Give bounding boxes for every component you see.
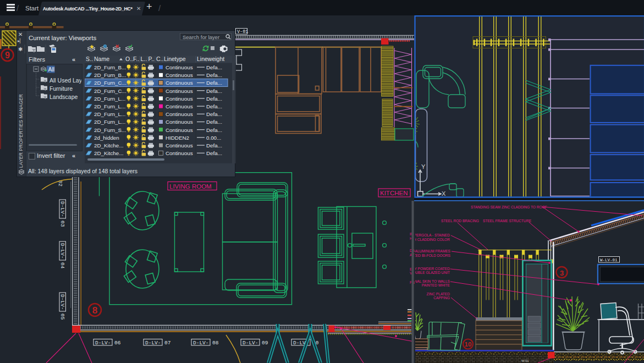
svg-text:L..: L.. xyxy=(141,56,147,62)
svg-text:All: All xyxy=(48,66,55,73)
svg-text:D-LV-: D-LV- xyxy=(59,294,65,310)
svg-text:LIVING ROOM: LIVING ROOM xyxy=(169,183,212,190)
svg-text:05: 05 xyxy=(59,314,65,320)
svg-text:Furniture: Furniture xyxy=(49,85,73,92)
svg-text:07: 07 xyxy=(164,340,170,346)
svg-text:2D_Furn_S...: 2D_Furn_S... xyxy=(94,127,126,133)
svg-text:Defa...: Defa... xyxy=(206,96,222,102)
svg-text:PAINTED WHITE: PAINTED WHITE xyxy=(422,283,450,287)
svg-text:09: 09 xyxy=(262,340,268,346)
svg-text:W-LV-01: W-LV-01 xyxy=(600,258,618,262)
svg-text:2D_Furn_L...: 2D_Furn_L... xyxy=(94,103,125,109)
svg-text:O..: O.. xyxy=(125,56,133,62)
svg-text:2D_Furn_C...: 2D_Furn_C... xyxy=(94,88,126,94)
svg-text:2d_hidden: 2d_hidden xyxy=(94,135,119,141)
svg-text:ZINC PLATED: ZINC PLATED xyxy=(427,292,450,296)
svg-text:Continuous: Continuous xyxy=(166,88,193,94)
svg-text:Continuous: Continuous xyxy=(166,72,193,78)
svg-text:2D_Kitche...: 2D_Kitche... xyxy=(94,142,123,148)
svg-text:Continuous: Continuous xyxy=(166,142,193,148)
svg-text:CAPPING: CAPPING xyxy=(433,296,450,300)
svg-text:F..: F.. xyxy=(133,56,139,62)
svg-text:D-LV-: D-LV- xyxy=(59,201,65,217)
svg-text:V-01: V-01 xyxy=(237,29,248,35)
svg-text:10: 10 xyxy=(465,341,472,348)
svg-text:Y: Y xyxy=(421,163,426,170)
svg-text:2D_Furn_L...: 2D_Furn_L... xyxy=(94,119,125,125)
svg-text:Continuous: Continuous xyxy=(166,103,193,109)
svg-text:0.00...: 0.00... xyxy=(206,135,221,141)
svg-text:2D_Furn_C...: 2D_Furn_C... xyxy=(94,80,126,86)
svg-text:9: 9 xyxy=(5,51,10,60)
svg-text:Defa...: Defa... xyxy=(206,111,222,117)
svg-text:I PERGOLA - STAINED: I PERGOLA - STAINED xyxy=(412,233,450,237)
svg-text:Defa...: Defa... xyxy=(206,142,222,148)
svg-text:Continuous: Continuous xyxy=(166,119,193,125)
svg-text:D-LV-: D-LV- xyxy=(59,243,65,259)
svg-text:C..: C.. xyxy=(156,56,163,62)
svg-text:04: 04 xyxy=(59,262,65,269)
svg-text:Lineweight: Lineweight xyxy=(197,56,224,62)
svg-text:STANDING SEAM ZINC CLADDING TO: STANDING SEAM ZINC CLADDING TO ROOF xyxy=(471,205,547,209)
svg-text:2D_Furn_L...: 2D_Furn_L... xyxy=(94,111,125,117)
svg-text:D-LV-: D-LV- xyxy=(243,340,258,346)
svg-text:2D_Furn_B...: 2D_Furn_B... xyxy=(94,64,126,70)
svg-text:Continuous: Continuous xyxy=(166,150,193,156)
svg-text:3: 3 xyxy=(560,269,564,277)
svg-text:EY POWDER COATED: EY POWDER COATED xyxy=(412,267,450,271)
svg-text:Defa...: Defa... xyxy=(206,72,222,78)
svg-text:STEEL ROD BRACING: STEEL ROD BRACING xyxy=(441,219,479,223)
svg-text:D-LV-: D-LV- xyxy=(193,340,209,346)
svg-text:Continuous: Continuous xyxy=(166,111,193,117)
svg-text:Defa...: Defa... xyxy=(206,103,222,109)
svg-text:Continuous: Continuous xyxy=(166,80,193,86)
svg-text:Defa...: Defa... xyxy=(206,88,222,94)
svg-text:8: 8 xyxy=(92,305,97,316)
svg-text:03: 03 xyxy=(59,221,65,227)
svg-text:KITCHEN: KITCHEN xyxy=(380,190,408,196)
svg-text:Name: Name xyxy=(94,56,109,62)
svg-text:06: 06 xyxy=(114,340,121,346)
svg-text:2D_Furn_L...: 2D_Furn_L... xyxy=(94,96,125,102)
svg-text:AZED BI-FOLD DOORS: AZED BI-FOLD DOORS xyxy=(411,254,451,257)
svg-text:2D_Furn_B...: 2D_Furn_B... xyxy=(94,72,126,78)
svg-text:08: 08 xyxy=(212,340,219,346)
svg-text:Defa...: Defa... xyxy=(206,119,222,125)
svg-text:D-LV-: D-LV- xyxy=(145,340,161,346)
svg-text:HIDDEN2: HIDDEN2 xyxy=(166,135,189,141)
svg-text:D-LV-: D-LV- xyxy=(95,340,111,346)
svg-text:Defa...: Defa... xyxy=(206,127,222,133)
svg-text:D ALUMINUM FRAMES: D ALUMINUM FRAMES xyxy=(411,249,450,253)
svg-text:Landscape: Landscape xyxy=(49,94,78,100)
svg-text:DOUBLE GLAZED UNIT: DOUBLE GLAZED UNIT xyxy=(410,271,450,274)
svg-text:Continuous: Continuous xyxy=(166,64,193,70)
svg-text:Defa...: Defa... xyxy=(206,150,222,156)
svg-text:Defa...: Defa... xyxy=(206,80,222,86)
svg-text:Continuous: Continuous xyxy=(166,127,193,133)
svg-text:S..: S.. xyxy=(86,56,93,62)
svg-text:2D_Kitche...: 2D_Kitche... xyxy=(94,150,123,156)
svg-text:STEEL FRAME STRUCTURE: STEEL FRAME STRUCTURE xyxy=(483,219,532,223)
svg-text:W.01: W.01 xyxy=(521,359,529,362)
svg-text:P..: P.. xyxy=(148,56,155,62)
svg-text:All Used Laye: All Used Laye xyxy=(49,77,81,84)
svg-text:Continuous: Continuous xyxy=(166,96,193,102)
svg-text:Linetype: Linetype xyxy=(164,56,186,62)
svg-text:X: X xyxy=(442,190,446,197)
svg-text:Defa...: Defa... xyxy=(206,64,222,70)
svg-text:RNAL SKIN TO WALLS: RNAL SKIN TO WALLS xyxy=(412,279,450,283)
svg-text:CH CLADDING COLOR: CH CLADDING COLOR xyxy=(411,238,450,241)
